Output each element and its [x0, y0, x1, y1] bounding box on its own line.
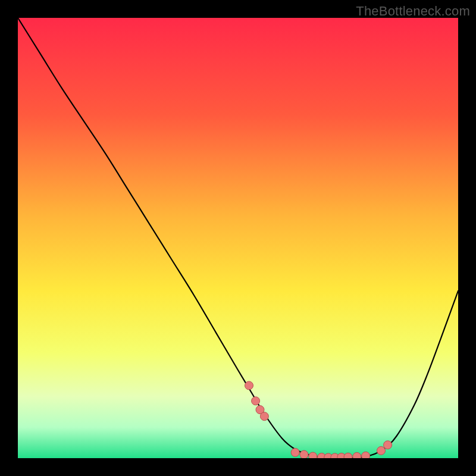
marker-point [252, 397, 260, 405]
marker-point [300, 450, 308, 458]
chart-frame: TheBottleneck.com [0, 0, 476, 476]
marker-point [377, 446, 386, 455]
watermark-text: TheBottleneck.com [356, 4, 470, 19]
marker-point [291, 448, 299, 456]
marker-point [309, 452, 317, 458]
marker-point [362, 452, 370, 458]
marker-point [384, 441, 392, 449]
gradient-background [18, 18, 458, 458]
marker-point [260, 412, 268, 421]
plot-area [18, 18, 458, 458]
marker-point [344, 453, 352, 458]
marker-point [353, 452, 361, 458]
chart-svg [18, 18, 458, 458]
marker-point [245, 381, 253, 390]
